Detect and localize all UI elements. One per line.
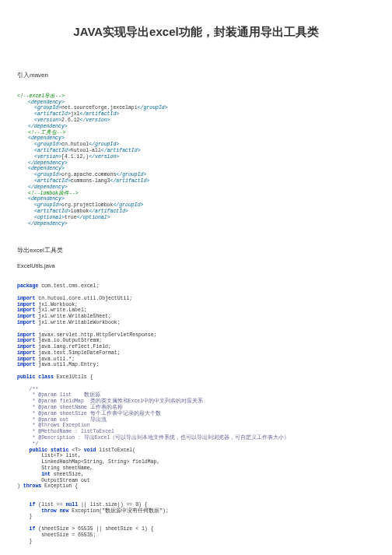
- section-maven: 引入maven: [17, 71, 375, 79]
- maven-code-block: <!--excel导出--> <dependency> <groupId>net…: [17, 87, 375, 227]
- filename-label: ExcelUtils.java: [17, 262, 375, 269]
- page-title: JAVA实现导出excel功能，封装通用导出工具类: [17, 25, 375, 40]
- java-code-block: package com.test.cms.excel; import cn.hu…: [17, 277, 375, 544]
- section-util: 导出excel工具类: [17, 246, 375, 255]
